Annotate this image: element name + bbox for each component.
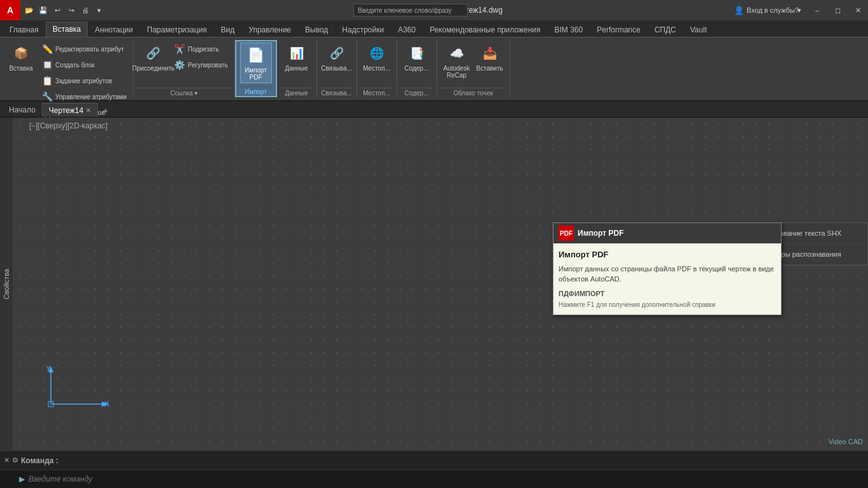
tab-drawing-close[interactable]: ✕ [86, 107, 91, 114]
btn-vstavit[interactable]: 📥 Вставить [474, 41, 506, 74]
quick-access-toolbar: 📂 💾 ↩ ↪ 🖨 ▾ [20, 4, 108, 17]
btn-prisoedinit[interactable]: 🔗 Присоединить [137, 41, 169, 74]
btn-manage-attr[interactable]: 🔧 Управление атрибутами [38, 89, 129, 104]
group-link-label: Ссылка ▾ [137, 88, 230, 97]
group-location: 🌐 Местоп... Местоп... [357, 40, 397, 97]
tooltip-icon: PDF [559, 226, 574, 241]
tab-vid[interactable]: Вид [214, 22, 242, 37]
group-link2-label: Связыва... [321, 88, 353, 97]
import-pdf-icon: 📄 [246, 45, 266, 65]
tab-vault[interactable]: Vault [683, 22, 714, 37]
qab-undo[interactable]: ↩ [51, 4, 64, 17]
svg-text:X: X [104, 400, 109, 409]
edit-attr-icon: ✏️ [41, 43, 53, 55]
help-btn[interactable]: ? [787, 0, 807, 20]
attr-task-icon: 📋 [41, 74, 53, 87]
btn-create-block[interactable]: 🔲 Создать блок [38, 57, 129, 72]
cmd-settings-icon[interactable]: ⚙ [12, 456, 18, 464]
qab-redo[interactable]: ↪ [65, 4, 78, 17]
cmd-input-field[interactable] [29, 475, 849, 484]
podrezat-icon: ✂️ [173, 43, 186, 55]
tab-spds[interactable]: СПДС [648, 22, 683, 37]
tooltip-cmd: ПДФИМПОРТ [559, 288, 776, 299]
app-icon[interactable]: A [0, 0, 20, 20]
group-content-label: Содер... [401, 88, 433, 97]
recap-icon: ☁️ [447, 43, 467, 64]
btn-data[interactable]: 📊 Данные [281, 41, 313, 74]
btn-link2[interactable]: 🔗 Связыва... [321, 41, 353, 74]
tab-vstavka[interactable]: Вставка [46, 22, 88, 37]
qab-dropdown[interactable]: ▾ [93, 4, 105, 17]
videocad-label: Video CAD [829, 438, 863, 445]
tooltip-title: Импорт PDF [559, 248, 776, 261]
btn-import-pdf[interactable]: 📄 ИмпортPDF [240, 43, 272, 83]
btn-attr-task[interactable]: 📋 Задание атрибутов [38, 73, 129, 88]
window-controls: ? – ◻ ✕ [787, 0, 868, 20]
location-icon: 🌐 [367, 43, 387, 64]
tab-annotatsii[interactable]: Аннотации [88, 22, 140, 37]
tab-performance[interactable]: Performance [590, 22, 648, 37]
btn-regulirovat[interactable]: ⚙️ Регулировать [170, 57, 230, 72]
tab-add-btn[interactable]: + [99, 104, 112, 117]
view-label: [–][Сверху][2D-каркас] [29, 121, 107, 130]
btn-podrezat[interactable]: ✂️ Подрезать [170, 41, 230, 57]
close-btn[interactable]: ✕ [848, 0, 868, 20]
qab-open[interactable]: 📂 [23, 4, 36, 17]
group-data-label: Данные [281, 88, 313, 97]
command-line: ✕ ⚙ Команда : ▶ [0, 451, 868, 488]
group-link: 🔗 Присоединить ✂️ Подрезать ⚙️ Регулиров… [133, 40, 234, 97]
minimize-btn[interactable]: – [807, 0, 827, 20]
tab-bim360[interactable]: BIM 360 [548, 22, 590, 37]
search-box[interactable]: Введите ключевое слово/фразу [353, 4, 468, 17]
ribbon-tabs: Главная Вставка Аннотации Параметризация… [0, 20, 868, 37]
content-icon: 📑 [407, 43, 427, 64]
btn-recap[interactable]: ☁️ Autodesk ReCap [441, 41, 473, 81]
group-import-label: Импорт [240, 86, 272, 96]
tooltip-desc: Импорт данных со страницы файла PDF в те… [559, 264, 776, 285]
group-cloud-label: Облако точек [441, 88, 506, 97]
btn-content[interactable]: 📑 Содер... [401, 41, 433, 74]
qab-print[interactable]: 🖨 [79, 4, 92, 17]
tooltip-hint: Нажмите F1 для получения дополнительной … [559, 300, 776, 309]
tab-vyvod[interactable]: Вывод [298, 22, 335, 37]
qab-save[interactable]: 💾 [37, 4, 50, 17]
restore-btn[interactable]: ◻ [827, 0, 848, 20]
cmd-prompt: ▶ [19, 475, 25, 484]
tab-upravlenie[interactable]: Управление [241, 22, 298, 37]
group-location-label: Местоп... [361, 88, 393, 97]
cmd-label: Команда : [21, 456, 58, 465]
cmd-close-icon[interactable]: ✕ [4, 456, 10, 464]
regulirovat-icon: ⚙️ [173, 58, 186, 71]
data-icon: 📊 [287, 43, 307, 64]
coordinate-system: X Y [38, 366, 114, 419]
prisoedinit-icon: 🔗 [143, 43, 163, 64]
tab-parametrizatsiya[interactable]: Параметризация [140, 22, 214, 37]
btn-edit-attr[interactable]: ✏️ Редактировать атрибут [38, 41, 129, 57]
vstavka-icon: 📦 [11, 43, 31, 64]
vstavit-icon: 📥 [480, 43, 500, 64]
tab-glavnaya[interactable]: Главная [3, 22, 46, 37]
tooltip-header-label: Импорт PDF [578, 229, 623, 238]
ribbon-content: 📦 Вставка ✏️ Редактировать атрибут 🔲 Соз… [0, 37, 868, 100]
btn-vstavka[interactable]: 📦 Вставка [5, 41, 37, 74]
properties-label: Свойства [3, 269, 10, 299]
group-cloud: ☁️ Autodesk ReCap 📥 Вставить Облако точе… [437, 40, 510, 97]
titlebar: A 📂 💾 ↩ ↪ 🖨 ▾ Autodesk AutoCAD 2017 Черт… [0, 0, 868, 20]
tab-drawing14[interactable]: Чертеж14 ✕ [42, 103, 98, 117]
create-block-icon: 🔲 [41, 58, 53, 71]
ribbon: Главная Вставка Аннотации Параметризация… [0, 20, 868, 101]
tab-a360[interactable]: A360 [391, 22, 423, 37]
group-data: 📊 Данные Данные [277, 40, 317, 97]
manage-attr-icon: 🔧 [41, 90, 53, 103]
tab-area: Начало Чертеж14 ✕ + [0, 101, 868, 118]
group-link2: 🔗 Связыва... Связыва... [317, 40, 357, 97]
group-import: 📄 ИмпортPDF Импорт [235, 40, 277, 97]
svg-text:Y: Y [46, 366, 51, 373]
btn-location[interactable]: 🌐 Местоп... [361, 41, 393, 74]
workspace: Свойства [–][Сверху][2D-каркас] X Y 📄 Ра… [0, 118, 868, 451]
tooltip-popup: PDF Импорт PDF Импорт PDF Импорт данных … [553, 222, 782, 315]
tab-home[interactable]: Начало [3, 103, 42, 117]
group-block: 📦 Вставка ✏️ Редактировать атрибут 🔲 Соз… [1, 40, 133, 97]
tab-nadstroyki[interactable]: Надстройки [335, 22, 391, 37]
tab-recommended[interactable]: Рекомендованные приложения [423, 22, 547, 37]
